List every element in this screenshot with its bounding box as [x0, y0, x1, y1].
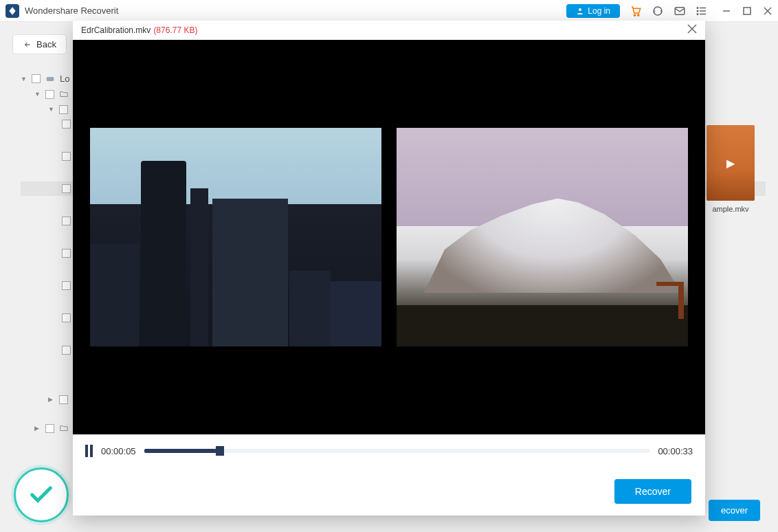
checkbox[interactable]	[45, 424, 54, 433]
back-button[interactable]: Back	[12, 34, 67, 54]
thumbnail-image: ▶	[707, 125, 755, 201]
video-frame-right	[397, 128, 688, 346]
checkbox[interactable]	[62, 120, 71, 129]
arrow-left-icon	[23, 41, 32, 49]
seek-thumb[interactable]	[216, 446, 224, 456]
checkbox[interactable]	[59, 105, 68, 114]
caret-right-icon: ▶	[48, 396, 55, 403]
support-icon[interactable]	[652, 5, 664, 17]
modal-footer: Recover	[73, 467, 705, 516]
folder-icon	[58, 423, 69, 433]
mail-icon[interactable]	[674, 5, 686, 17]
thumbnail-label: ample.mkv	[707, 205, 755, 213]
caret-down-icon: ▼	[21, 76, 27, 82]
preview-filename: EdrCalibration.mkv	[81, 25, 151, 35]
svg-point-9	[697, 10, 698, 12]
seek-fill	[144, 449, 220, 453]
minimize-button[interactable]	[722, 6, 731, 16]
svg-rect-12	[744, 8, 751, 14]
checkbox[interactable]	[62, 184, 71, 193]
svg-point-1	[634, 14, 635, 15]
back-label: Back	[36, 39, 56, 49]
close-icon	[687, 24, 697, 34]
modal-header: EdrCalibration.mkv (876.77 KB)	[73, 21, 705, 40]
list-icon[interactable]	[696, 5, 708, 17]
svg-point-8	[697, 7, 698, 8]
pause-button[interactable]	[85, 445, 93, 457]
current-time: 00:00:05	[101, 446, 136, 456]
checkbox[interactable]	[62, 217, 71, 225]
recover-button[interactable]: Recover	[614, 479, 691, 504]
modal-close-button[interactable]	[687, 24, 697, 36]
playback-controls: 00:00:05 00:00:33	[73, 434, 705, 467]
tree-label: Lo	[60, 74, 69, 84]
checkbox[interactable]	[62, 346, 71, 355]
login-button[interactable]: Log in	[566, 4, 620, 18]
video-frame-left	[90, 128, 381, 346]
caret-right-icon: ▶	[34, 425, 41, 432]
caret-down-icon: ▼	[48, 106, 55, 113]
preview-modal: EdrCalibration.mkv (876.77 KB) 00:00:05	[73, 21, 705, 516]
window-controls	[722, 6, 773, 16]
recover-button-bg[interactable]: ecover	[709, 500, 760, 521]
app-logo-icon	[5, 4, 19, 18]
svg-rect-15	[47, 77, 54, 81]
total-time: 00:00:33	[658, 446, 693, 456]
play-icon: ▶	[726, 157, 735, 170]
maximize-button[interactable]	[742, 6, 752, 16]
user-icon	[576, 7, 584, 15]
svg-point-0	[579, 8, 581, 11]
caret-down-icon: ▼	[34, 91, 41, 98]
checkbox[interactable]	[59, 395, 68, 404]
folder-icon	[58, 89, 69, 99]
titlebar-actions: Log in	[566, 4, 773, 18]
svg-point-2	[638, 14, 639, 15]
seek-track[interactable]	[144, 449, 650, 453]
login-label: Log in	[588, 6, 610, 16]
preview-filesize: (876.77 KB)	[153, 25, 197, 35]
drive-icon	[45, 74, 56, 84]
checkbox[interactable]	[62, 313, 71, 322]
app-title: Wondershare Recoverit	[25, 5, 566, 16]
file-thumbnail[interactable]: ▶ ample.mkv	[707, 125, 755, 213]
checkbox[interactable]	[62, 152, 71, 161]
cart-icon[interactable]	[630, 5, 642, 17]
svg-point-10	[697, 13, 698, 14]
check-icon	[27, 481, 55, 509]
close-button[interactable]	[763, 6, 773, 16]
scan-complete-indicator	[14, 467, 69, 522]
checkbox[interactable]	[45, 90, 54, 99]
checkbox[interactable]	[62, 281, 71, 290]
checkbox[interactable]	[62, 249, 71, 258]
video-preview-area	[73, 40, 705, 434]
titlebar: Wondershare Recoverit Log in	[0, 0, 778, 22]
checkbox[interactable]	[32, 74, 41, 83]
